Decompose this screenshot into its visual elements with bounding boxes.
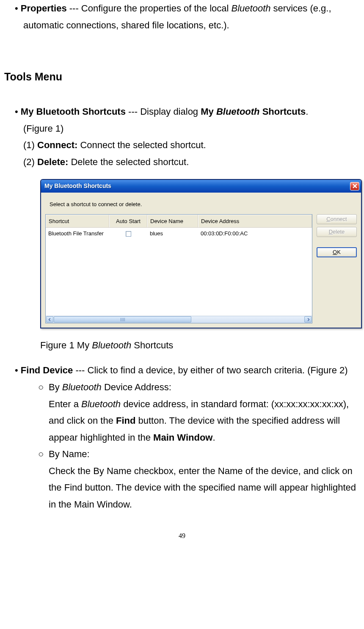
bluetooth-italic: Bluetooth <box>81 399 121 409</box>
t: K <box>337 247 341 257</box>
t: Click to find a device, by either of two… <box>88 365 348 375</box>
autostart-checkbox[interactable] <box>126 231 131 237</box>
scroll-left-button[interactable] <box>46 316 53 323</box>
properties-bullet: Properties --- Configure the properties … <box>23 0 360 33</box>
t: Device Address: <box>102 382 171 392</box>
bluetooth-italic: Bluetooth <box>62 382 102 392</box>
main-window-bold: Main Window <box>153 432 212 443</box>
t: Display dialog <box>140 106 201 117</box>
by-name-title: By Name: <box>49 449 90 459</box>
find-device-bullet: Find Device --- Click to find a device, … <box>23 362 360 379</box>
bluetooth-bi: Bluetooth <box>216 106 260 117</box>
close-icon <box>353 184 357 188</box>
shortcuts-bullet: My Bluetooth Shortcuts --- Display dialo… <box>23 103 360 170</box>
shortcuts-list[interactable]: Shortcut Auto Start Device Name Device A… <box>45 214 312 323</box>
dialog-prompt: Select a shortcut to connect or delete. <box>50 199 357 209</box>
circle-bullet-icon: ○ <box>38 446 49 463</box>
mbs-title: My Bluetooth Shortcuts <box>21 106 126 117</box>
delete-button[interactable]: Delete <box>317 227 357 237</box>
t: Configure the properties of the local <box>81 3 232 14</box>
scroll-thumb[interactable] <box>54 316 191 323</box>
t: C <box>326 214 330 224</box>
sep: --- <box>73 365 87 375</box>
t: (2) <box>23 157 37 167</box>
t: By <box>49 382 62 392</box>
t: My <box>201 106 216 117</box>
col-devicename[interactable]: Device Name <box>147 215 198 227</box>
t: Shortcuts <box>131 340 173 350</box>
t: Figure 1 My <box>40 340 92 350</box>
grip-icon <box>121 318 125 321</box>
column-headers: Shortcut Auto Start Device Name Device A… <box>46 215 312 228</box>
find-device-title: Find Device <box>21 365 73 375</box>
t: (1) <box>23 140 37 150</box>
col-autostart[interactable]: Auto Start <box>109 215 147 227</box>
chevron-left-icon <box>48 318 52 321</box>
cell-shortcut: Bluetooth File Transfer <box>46 228 109 239</box>
delete-label: Delete: <box>37 157 68 167</box>
connect-button[interactable]: Connect <box>317 214 357 224</box>
dialog-titlebar[interactable]: My Bluetooth Shortcuts <box>41 180 361 193</box>
cell-devicename: blues <box>147 228 198 239</box>
t: D <box>329 227 333 237</box>
col-shortcut[interactable]: Shortcut <box>46 215 109 227</box>
horizontal-scrollbar[interactable] <box>46 316 312 323</box>
find-bold: Find <box>116 415 135 426</box>
circle-bullet-icon: ○ <box>38 379 49 396</box>
shortcuts-dialog: My Bluetooth Shortcuts Select a shortcut… <box>40 179 362 328</box>
t: . <box>306 106 308 117</box>
col-deviceaddr[interactable]: Device Address <box>198 215 312 227</box>
by-name-body: Check the By Name checkbox, enter the Na… <box>49 463 360 513</box>
t: Enter a <box>49 399 81 409</box>
figure-caption: Figure 1 My Bluetooth Shortcuts <box>40 337 360 354</box>
page-number: 49 <box>4 530 360 542</box>
figure-ref: (Figure 1) <box>23 120 360 137</box>
bluetooth-italic: Bluetooth <box>92 340 131 350</box>
cell-deviceaddr: 00:03:0D:F0:00:AC <box>198 228 312 239</box>
dialog-title: My Bluetooth Shortcuts <box>44 181 111 191</box>
properties-title: Properties <box>21 3 67 14</box>
by-address-sub: ○By Bluetooth Device Address: Enter a Bl… <box>49 379 360 446</box>
t: Connect the selected shortcut. <box>77 140 206 150</box>
by-name-sub: ○By Name: Check the By Name checkbox, en… <box>49 446 360 513</box>
dialog-buttons: Connect Delete OK <box>317 214 357 323</box>
t: onnect <box>331 214 347 224</box>
t: Delete the selected shortcut. <box>68 157 189 167</box>
t: Shortcuts <box>260 106 306 117</box>
bluetooth-italic: Bluetooth <box>232 3 271 14</box>
t: elete <box>333 227 345 237</box>
scroll-right-button[interactable] <box>304 316 312 323</box>
table-row[interactable]: Bluetooth File Transfer blues 00:03:0D:F… <box>46 228 312 239</box>
ok-button[interactable]: OK <box>317 247 357 257</box>
chevron-right-icon <box>306 318 310 321</box>
sep: --- <box>67 3 81 14</box>
connect-label: Connect: <box>37 140 77 150</box>
list-empty-area <box>46 240 312 316</box>
t: . <box>212 432 215 443</box>
tools-menu-heading: Tools Menu <box>4 67 360 86</box>
close-button[interactable] <box>350 182 359 190</box>
t: O <box>333 247 337 257</box>
sep: --- <box>126 106 140 117</box>
scroll-track[interactable] <box>54 316 304 323</box>
